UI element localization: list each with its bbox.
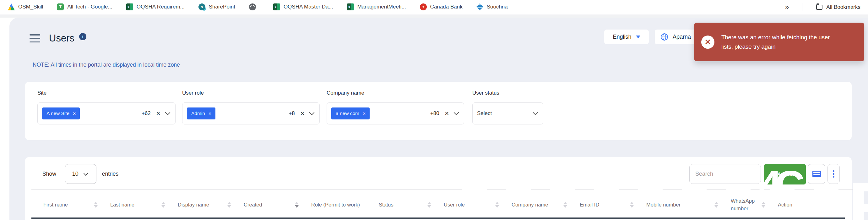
bookmarks-overflow-chevron-icon[interactable]: » — [785, 3, 788, 11]
bookmark-item[interactable]: s SharePoint — [198, 3, 235, 10]
error-toast[interactable]: ✕ There was an error while fetching the … — [694, 23, 864, 61]
bookmark-item[interactable]: x OQSHA Master Da... — [273, 3, 333, 10]
page-top-band — [0, 15, 868, 18]
company-multiselect[interactable]: a new com ✕ +80 ✕ — [327, 103, 464, 125]
globe-icon — [660, 33, 668, 41]
bookmark-item[interactable] — [249, 3, 259, 10]
column-header[interactable]: Email ID — [580, 201, 646, 209]
column-header[interactable]: Status — [379, 201, 444, 209]
chip-remove-icon[interactable]: ✕ — [208, 111, 212, 116]
sort-arrows-icon[interactable] — [295, 202, 299, 208]
bookmark-favicon-icon: x — [126, 3, 133, 10]
table-view-icon — [812, 171, 821, 177]
column-header[interactable]: Action — [778, 201, 809, 209]
table-divider — [31, 189, 443, 190]
chip-label: Admin — [191, 111, 205, 116]
bookmark-favicon-icon — [249, 3, 256, 10]
bookmark-label: OSM_Skill — [18, 4, 43, 10]
column-label: First name — [43, 201, 68, 209]
user-role-multiselect[interactable]: Admin ✕ +8 ✕ — [182, 103, 320, 125]
column-header[interactable]: Display name — [178, 201, 244, 209]
search-input[interactable] — [689, 164, 761, 184]
column-header[interactable]: First name — [43, 201, 110, 209]
sort-arrows-icon[interactable] — [563, 202, 567, 208]
bookmark-favicon-icon — [476, 3, 483, 10]
table-divider-dashed — [443, 189, 868, 190]
column-label: Last name — [110, 201, 134, 209]
more-count: +80 — [430, 110, 439, 117]
column-header[interactable]: WhatsApp number — [731, 197, 778, 212]
bookmark-item[interactable]: T All Tech - Google... — [57, 3, 112, 10]
all-bookmarks-button[interactable]: All Bookmarks — [816, 4, 861, 10]
chevron-down-icon — [454, 110, 459, 115]
clear-filter-icon[interactable]: ✕ — [156, 110, 160, 117]
sort-arrows-icon[interactable] — [161, 202, 165, 208]
kebab-dot — [833, 170, 834, 172]
chip-remove-icon[interactable]: ✕ — [363, 111, 366, 116]
column-label: Company name — [512, 201, 548, 209]
sort-arrows-icon[interactable] — [427, 202, 431, 208]
bookmark-favicon-icon — [8, 3, 15, 10]
bookmark-label: Canada Bank — [430, 4, 463, 10]
bookmark-item[interactable]: x ManagementMeeti... — [347, 3, 406, 10]
clear-filter-icon[interactable]: ✕ — [445, 110, 449, 117]
column-header[interactable]: Role (Permit to work) — [311, 201, 379, 209]
page-size-value: 10 — [72, 171, 79, 177]
bookmark-item[interactable]: OSM_Skill — [8, 3, 43, 10]
timezone-note: NOTE: All times in the portal are displa… — [33, 62, 180, 68]
sort-arrows-icon[interactable] — [714, 202, 718, 208]
column-header[interactable]: Last name — [110, 201, 178, 209]
column-label: User role — [444, 201, 465, 209]
column-label: Created — [244, 201, 262, 209]
chevron-down-icon — [309, 110, 315, 115]
bookmark-item[interactable]: Soochna — [476, 3, 508, 10]
chip-remove-icon[interactable]: ✕ — [72, 111, 76, 116]
column-header[interactable]: Mobile number — [646, 201, 731, 209]
column-label: Email ID — [580, 201, 599, 209]
select-placeholder: Select — [477, 110, 492, 117]
filter-label-user-status: User status — [472, 90, 499, 96]
clear-filter-icon[interactable]: ✕ — [300, 110, 305, 117]
sort-arrows-icon[interactable] — [94, 202, 98, 208]
more-options-button[interactable] — [828, 164, 840, 184]
bookmark-favicon-icon: x — [273, 3, 280, 10]
bookmark-label: Soochna — [487, 4, 508, 10]
chip-label: A new Site — [46, 111, 69, 116]
chevron-down-icon — [533, 110, 538, 115]
bookmark-label: OQSHA Master Da... — [284, 4, 333, 10]
sort-arrows-icon[interactable] — [762, 202, 765, 208]
column-header[interactable]: Company name — [512, 201, 580, 209]
sort-arrows-icon[interactable] — [630, 202, 634, 208]
column-label: Action — [778, 201, 792, 209]
bookmark-item[interactable]: x OQSHA Requirem... — [126, 3, 185, 10]
bookmark-item[interactable]: ✦ Canada Bank — [420, 3, 463, 10]
entries-label: entries — [102, 171, 119, 177]
add-user-button[interactable]: + Add user — [764, 164, 806, 185]
error-circle-x-icon: ✕ — [701, 35, 714, 49]
add-user-label: Add user — [778, 171, 798, 177]
bookmark-favicon-icon: x — [347, 3, 354, 10]
menu-hamburger-icon[interactable] — [30, 34, 40, 43]
site-multiselect[interactable]: A new Site ✕ +62 ✕ — [37, 103, 176, 125]
filters-card: Site A new Site ✕ +62 ✕ User role Admin … — [25, 82, 852, 140]
column-view-button[interactable] — [808, 164, 825, 184]
column-label: Mobile number — [646, 201, 681, 209]
bookmark-favicon-icon: T — [57, 3, 64, 10]
chip-label: a new com — [336, 111, 359, 116]
chevron-down-icon — [636, 35, 640, 38]
page-size-select[interactable]: 10 — [65, 164, 96, 184]
column-label: Role (Permit to work) — [311, 201, 360, 209]
selected-chip: A new Site ✕ — [42, 108, 80, 119]
filter-label-company: Company name — [327, 90, 364, 96]
sort-arrows-icon[interactable] — [495, 202, 499, 208]
all-bookmarks-label: All Bookmarks — [826, 4, 861, 10]
column-header[interactable]: Created — [244, 201, 311, 209]
user-status-select[interactable]: Select — [472, 103, 543, 125]
column-header[interactable]: User role — [444, 201, 512, 209]
column-label: WhatsApp number — [731, 197, 762, 212]
language-dropdown[interactable]: English — [604, 30, 649, 44]
sort-arrows-icon[interactable] — [227, 202, 231, 208]
info-icon[interactable]: i — [79, 33, 86, 40]
more-count: +8 — [288, 110, 294, 117]
bookmark-favicon-icon: ✦ — [420, 3, 427, 10]
